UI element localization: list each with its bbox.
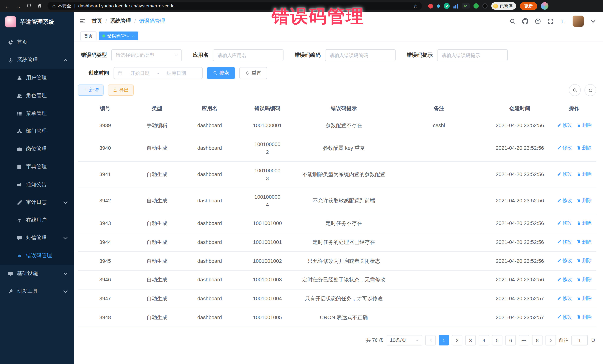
delete-link[interactable]: 删除 <box>577 238 592 245</box>
bookmark-star-icon[interactable]: ☆ <box>413 3 417 9</box>
page-button-3[interactable]: 3 <box>465 335 476 346</box>
delete-link[interactable]: 删除 <box>577 313 592 321</box>
page-size-select[interactable]: 10条/页 <box>387 335 422 346</box>
page-button-2[interactable]: 2 <box>452 335 462 346</box>
delete-link[interactable]: 删除 <box>577 257 592 264</box>
start-date-input[interactable] <box>125 70 155 76</box>
search-icon[interactable] <box>510 18 516 24</box>
sidebar-item-5[interactable]: 部门管理 <box>0 122 74 140</box>
next-page-button[interactable] <box>545 335 556 346</box>
cell-memo <box>391 252 487 271</box>
sidebar-item-1[interactable]: 系统管理 <box>0 51 74 69</box>
github-icon[interactable] <box>522 18 528 24</box>
error-code-input[interactable] <box>325 49 395 61</box>
paused-badge[interactable]: 已暂停 <box>491 2 516 10</box>
sidebar-item-4[interactable]: 菜单管理 <box>0 105 74 122</box>
sidebar-item-2[interactable]: 用户管理 <box>0 69 74 87</box>
cell-code: 1001001004 <box>238 289 297 308</box>
logo-row[interactable]: 芋道管理系统 <box>0 12 74 32</box>
tab-home[interactable]: 首页 <box>80 32 96 40</box>
sidebar-item-13[interactable]: 基础设施 <box>0 265 74 282</box>
sidebar-item-12[interactable]: 错误码管理 <box>0 247 74 265</box>
sidebar-item-11[interactable]: 短信管理 <box>0 229 74 247</box>
date-range-picker[interactable]: - <box>114 67 203 79</box>
toggle-search-button[interactable] <box>569 84 581 96</box>
prev-page-button[interactable] <box>425 335 436 346</box>
cell-type: 自动生成 <box>132 289 181 308</box>
cell-app: dashboard <box>182 161 238 188</box>
hamburger-icon[interactable] <box>79 18 86 24</box>
filter-app-label: 应用名 <box>193 52 209 59</box>
v-extension-icon[interactable]: V <box>444 3 450 9</box>
browser-profile-avatar[interactable] <box>541 2 548 10</box>
refresh-table-button[interactable] <box>584 84 596 96</box>
edit-link[interactable]: 修改 <box>557 238 572 245</box>
page-button-6[interactable]: 6 <box>505 335 516 346</box>
address-bar[interactable]: ⚠ 不安全 | dashboard.yudao.iocoder.cn/syste… <box>47 2 422 10</box>
edit-icon <box>557 277 561 282</box>
delete-link[interactable]: 删除 <box>577 170 592 178</box>
font-size-icon[interactable]: TT <box>560 18 566 24</box>
stats-extension-icon[interactable] <box>453 3 458 8</box>
home-icon[interactable] <box>37 3 43 9</box>
close-icon[interactable]: × <box>132 33 135 39</box>
breadcrumb-home[interactable]: 首页 <box>92 18 102 24</box>
sidebar-item-14[interactable]: 研发工具 <box>0 282 74 300</box>
record-extension-icon[interactable] <box>428 3 433 8</box>
help-icon[interactable]: ? <box>535 18 541 24</box>
sidebar-item-9[interactable]: 审计日志 <box>0 194 74 211</box>
security-status[interactable]: ⚠ 不安全 <box>52 3 71 9</box>
chevron-down-icon[interactable] <box>590 18 596 24</box>
sidebar-item-8[interactable]: 通知公告 <box>0 176 74 194</box>
edit-link[interactable]: 修改 <box>557 313 572 321</box>
green-extension-icon[interactable] <box>474 3 479 9</box>
error-type-select[interactable]: 请选择错误码类型 <box>111 49 182 61</box>
edit-link[interactable]: 修改 <box>557 295 572 302</box>
add-button[interactable]: 新增 <box>78 85 104 96</box>
delete-link[interactable]: 删除 <box>577 220 592 227</box>
update-button[interactable]: 更新 <box>520 2 537 10</box>
sidebar-item-3[interactable]: 角色管理 <box>0 87 74 105</box>
edit-link[interactable]: 修改 <box>557 144 572 151</box>
page-button-8[interactable]: 8 <box>532 335 543 346</box>
goto-page-input[interactable] <box>571 335 588 346</box>
fullscreen-icon[interactable] <box>547 18 554 24</box>
sidebar-item-6[interactable]: 岗位管理 <box>0 140 74 158</box>
dark-extension-icon[interactable] <box>482 3 487 9</box>
edit-link[interactable]: 修改 <box>557 170 572 178</box>
page-ellipsis[interactable]: ••• <box>519 335 529 346</box>
sidebar-item-0[interactable]: 首页 <box>0 33 74 51</box>
tab-error-code[interactable]: 错误码管理 × <box>99 32 139 40</box>
reset-button[interactable]: 重置 <box>239 67 267 79</box>
sidebar-item-7[interactable]: 字典管理 <box>0 158 74 176</box>
app-name-input[interactable] <box>213 49 283 61</box>
edit-link[interactable]: 修改 <box>557 220 572 227</box>
cell-time: 2021-04-20 23:52:56 <box>487 252 552 271</box>
back-icon[interactable]: ← <box>4 3 10 9</box>
search-button[interactable]: 搜索 <box>207 67 235 79</box>
sidebar-item-10[interactable]: 在线用户 <box>0 211 74 229</box>
edit-link[interactable]: 修改 <box>557 257 572 264</box>
user-avatar[interactable] <box>573 16 584 27</box>
edit-link[interactable]: 修改 <box>557 197 572 204</box>
delete-link[interactable]: 删除 <box>577 295 592 302</box>
cell-time: 2021-04-20 23:52:56 <box>487 214 552 233</box>
edit-link-label: 修改 <box>562 295 572 302</box>
reload-icon[interactable] <box>26 3 32 9</box>
delete-link[interactable]: 删除 <box>577 144 592 151</box>
delete-link[interactable]: 删除 <box>577 276 592 283</box>
export-button[interactable]: 导出 <box>108 85 134 96</box>
forward-icon[interactable]: → <box>15 3 21 9</box>
end-date-input[interactable] <box>161 70 192 76</box>
page-button-5[interactable]: 5 <box>492 335 502 346</box>
page-button-1[interactable]: 1 <box>439 335 449 346</box>
breadcrumb-system[interactable]: 系统管理 <box>110 18 131 24</box>
edit-link[interactable]: 修改 <box>557 276 572 283</box>
error-hint-input[interactable] <box>437 49 508 61</box>
edit-link[interactable]: 修改 <box>557 121 572 129</box>
delete-link[interactable]: 删除 <box>577 197 592 204</box>
page-button-4[interactable]: 4 <box>479 335 489 346</box>
drop-extension-icon[interactable] <box>437 4 440 8</box>
on-extension-icon[interactable]: on <box>462 3 470 9</box>
delete-link[interactable]: 删除 <box>577 121 592 129</box>
